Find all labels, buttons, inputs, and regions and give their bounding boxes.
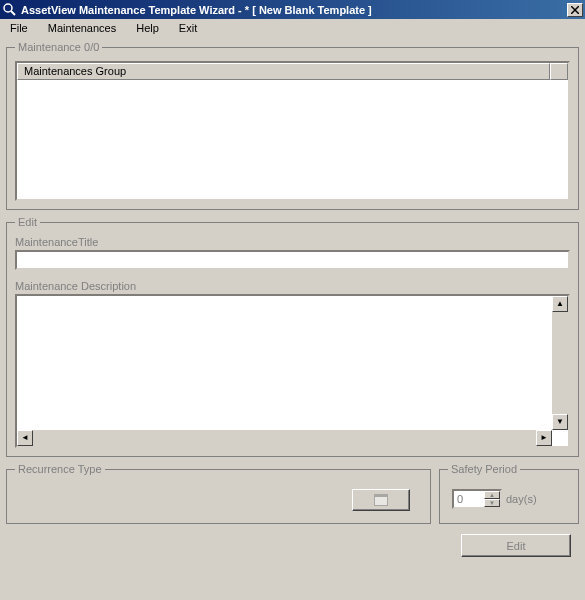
safety-legend: Safety Period [448, 463, 520, 475]
horizontal-scrollbar[interactable]: ◄ ► [17, 430, 552, 446]
calendar-icon [374, 494, 388, 506]
menu-maintenances[interactable]: Maintenances [42, 21, 123, 35]
safety-period-input[interactable] [454, 491, 484, 507]
safety-unit-label: day(s) [506, 493, 537, 505]
scroll-down-button[interactable]: ▼ [552, 414, 568, 430]
maintenance-group: Maintenance 0/0 Maintenances Group [6, 41, 579, 210]
column-maintenances-group[interactable]: Maintenances Group [17, 63, 550, 80]
recurrence-legend: Recurrence Type [15, 463, 105, 475]
scroll-up-button[interactable]: ▲ [552, 296, 568, 312]
spin-up-button[interactable]: ▲ [484, 491, 500, 499]
maintenance-title-label: MaintenanceTitle [15, 236, 570, 248]
scroll-left-button[interactable]: ◄ [17, 430, 33, 446]
vertical-scrollbar[interactable]: ▲ ▼ [552, 296, 568, 430]
svg-point-0 [4, 4, 12, 12]
app-icon [2, 2, 18, 18]
edit-legend: Edit [15, 216, 40, 228]
menu-exit[interactable]: Exit [173, 21, 203, 35]
window-title: AssetView Maintenance Template Wizard - … [21, 4, 567, 16]
list-body[interactable] [17, 80, 568, 199]
maintenance-title-input[interactable] [15, 250, 570, 270]
column-spacer[interactable] [550, 63, 568, 80]
recurrence-type-group: Recurrence Type [6, 463, 431, 524]
scroll-right-button[interactable]: ► [536, 430, 552, 446]
edit-group: Edit MaintenanceTitle Maintenance Descri… [6, 216, 579, 457]
edit-button[interactable]: Edit [461, 534, 571, 557]
maintenance-description-textarea[interactable]: ▲ ▼ ◄ ► [15, 294, 570, 448]
maintenance-description-label: Maintenance Description [15, 280, 570, 292]
safety-period-group: Safety Period ▲ ▼ day(s) [439, 463, 579, 524]
calendar-button[interactable] [352, 489, 410, 511]
spin-down-button[interactable]: ▼ [484, 499, 500, 507]
svg-line-1 [11, 11, 15, 15]
maintenance-legend: Maintenance 0/0 [15, 41, 102, 53]
menu-help[interactable]: Help [130, 21, 165, 35]
close-button[interactable] [567, 3, 583, 17]
menu-file[interactable]: File [4, 21, 34, 35]
maintenances-list[interactable]: Maintenances Group [15, 61, 570, 201]
safety-period-spinner[interactable]: ▲ ▼ [452, 489, 502, 509]
